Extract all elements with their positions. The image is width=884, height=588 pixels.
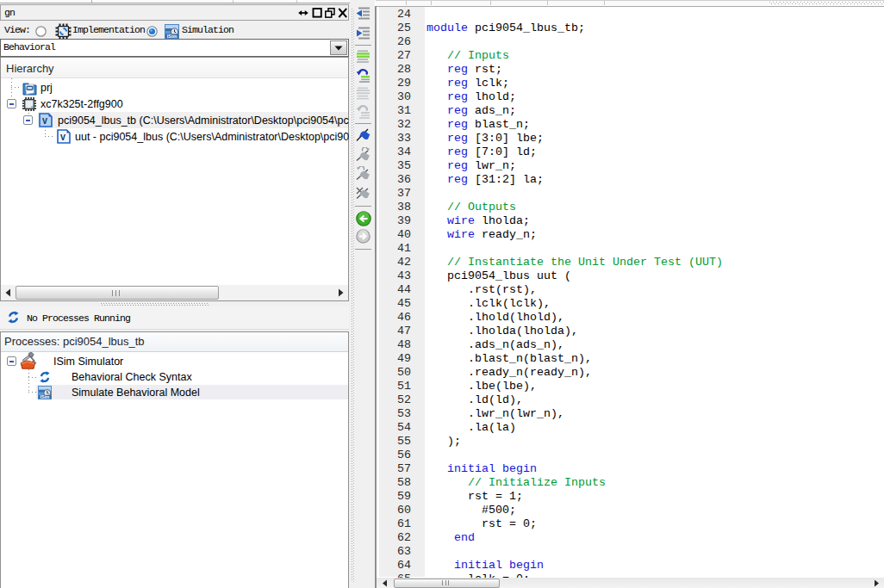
svg-text:V: V <box>42 117 47 127</box>
svg-text:V: V <box>60 133 65 143</box>
svg-text:ISim: ISim <box>40 394 50 399</box>
svg-text:ISim: ISim <box>167 34 177 39</box>
